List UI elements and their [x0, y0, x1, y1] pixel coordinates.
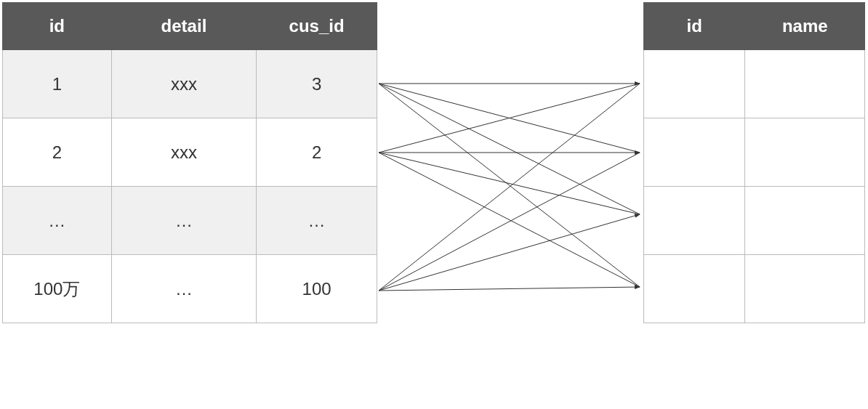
cell-id: [644, 187, 745, 255]
cell-detail: xxx: [111, 50, 257, 118]
cell-name: [745, 187, 865, 255]
connector-line: [379, 84, 640, 287]
table-row: 100万 … 100: [3, 255, 377, 323]
cell-name: [745, 255, 865, 323]
right-table: id name: [643, 2, 865, 323]
table-row: [644, 255, 865, 323]
cell-id: 1: [3, 50, 112, 118]
left-table: id detail cus_id 1 xxx 3 2 xxx 2 … … … 1…: [2, 2, 377, 323]
cell-id: 2: [3, 118, 112, 187]
cell-detail: …: [111, 187, 257, 255]
cell-id: [644, 50, 745, 118]
cell-id: [644, 255, 745, 323]
table-row: [644, 50, 865, 118]
left-table-header-id: id: [3, 3, 112, 50]
left-table-header-cusid: cus_id: [257, 3, 377, 50]
right-table-header-id: id: [644, 3, 745, 50]
cell-cusid: 3: [257, 50, 377, 118]
left-table-header-detail: detail: [111, 3, 257, 50]
cell-id: 100万: [3, 255, 112, 323]
cell-id: …: [3, 187, 112, 255]
cell-detail: xxx: [111, 118, 257, 187]
table-row: 2 xxx 2: [3, 118, 377, 187]
table-row: 1 xxx 3: [3, 50, 377, 118]
table-row: [644, 118, 865, 187]
connector-line: [379, 84, 640, 153]
cell-cusid: 2: [257, 118, 377, 187]
cell-name: [745, 118, 865, 187]
cell-cusid: 100: [257, 255, 377, 323]
connector-line: [379, 153, 640, 287]
connector-line: [379, 84, 640, 214]
cell-name: [745, 50, 865, 118]
connector-line: [379, 287, 640, 291]
cell-cusid: …: [257, 187, 377, 255]
connector-line: [379, 84, 640, 153]
right-table-header-row: id name: [644, 3, 865, 50]
right-table-header-name: name: [745, 3, 865, 50]
cell-id: [644, 118, 745, 187]
connector-line: [379, 214, 640, 291]
connector-line: [379, 84, 640, 291]
connector-line: [379, 153, 640, 214]
left-table-header-row: id detail cus_id: [3, 3, 377, 50]
table-row: … … …: [3, 187, 377, 255]
table-row: [644, 187, 865, 255]
cell-detail: …: [111, 255, 257, 323]
connector-line: [379, 153, 640, 291]
